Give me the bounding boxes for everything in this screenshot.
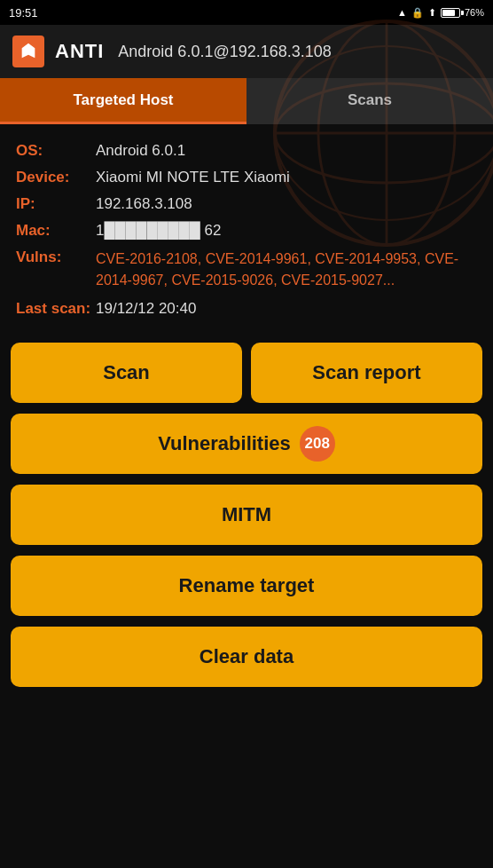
vulnerabilities-label: Vulnerabilities <box>158 432 291 455</box>
app-logo <box>12 36 44 67</box>
os-label: OS: <box>16 142 96 160</box>
svg-marker-0 <box>22 43 35 59</box>
device-label: Device: <box>16 169 96 186</box>
app-name: ANTI <box>55 40 104 63</box>
battery-percent: 76% <box>465 7 484 18</box>
device-value: Xiaomi MI NOTE LTE Xiaomi <box>96 169 290 186</box>
vulns-value: CVE-2016-2108, CVE-2014-9961, CVE-2014-9… <box>96 249 477 291</box>
os-value: Android 6.0.1 <box>96 142 185 160</box>
last-scan-label: Last scan: <box>16 300 96 318</box>
mitm-button[interactable]: MITM <box>11 485 482 545</box>
scan-button[interactable]: Scan <box>11 343 242 403</box>
app-header: ANTI Android 6.0.1@192.168.3.108 <box>0 25 493 78</box>
vulns-row: Vulns: CVE-2016-2108, CVE-2014-9961, CVE… <box>16 249 477 291</box>
ip-row: IP: 192.168.3.108 <box>16 195 477 213</box>
ip-value: 192.168.3.108 <box>96 195 192 213</box>
vuln-count-badge: 208 <box>300 426 335 462</box>
os-row: OS: Android 6.0.1 <box>16 142 477 160</box>
content-area: OS: Android 6.0.1 Device: Xiaomi MI NOTE… <box>0 124 493 334</box>
scan-buttons-row: Scan Scan report <box>11 343 482 403</box>
status-time: 19:51 <box>9 6 38 20</box>
status-icons: ▲ 🔒 ⬆ 76% <box>397 7 484 19</box>
rename-target-button[interactable]: Rename target <box>11 556 482 616</box>
last-scan-row: Last scan: 19/12/12 20:40 <box>16 300 477 318</box>
wifi-icon: 🔒 <box>411 7 424 19</box>
tabs-container: Targeted Host Scans <box>0 78 493 124</box>
mac-value: 1█████████ 62 <box>96 222 222 240</box>
device-row: Device: Xiaomi MI NOTE LTE Xiaomi <box>16 169 477 186</box>
data-icon: ⬆ <box>428 7 436 19</box>
tab-scans[interactable]: Scans <box>246 78 493 124</box>
mac-row: Mac: 1█████████ 62 <box>16 222 477 240</box>
status-bar: 19:51 ▲ 🔒 ⬆ 76% <box>0 0 493 25</box>
clear-data-button[interactable]: Clear data <box>11 627 482 687</box>
signal-icon: ▲ <box>397 7 407 18</box>
battery-icon <box>441 8 460 18</box>
mac-label: Mac: <box>16 222 96 240</box>
scan-report-button[interactable]: Scan report <box>251 343 482 403</box>
vulns-label: Vulns: <box>16 249 96 266</box>
last-scan-value: 19/12/12 20:40 <box>96 300 196 318</box>
tab-targeted-host[interactable]: Targeted Host <box>0 78 246 124</box>
ip-label: IP: <box>16 195 96 213</box>
host-label: Android 6.0.1@192.168.3.108 <box>118 43 331 61</box>
vulnerabilities-button[interactable]: Vulnerabilities 208 <box>11 414 482 474</box>
buttons-section: Scan Scan report Vulnerabilities 208 MIT… <box>0 334 493 687</box>
